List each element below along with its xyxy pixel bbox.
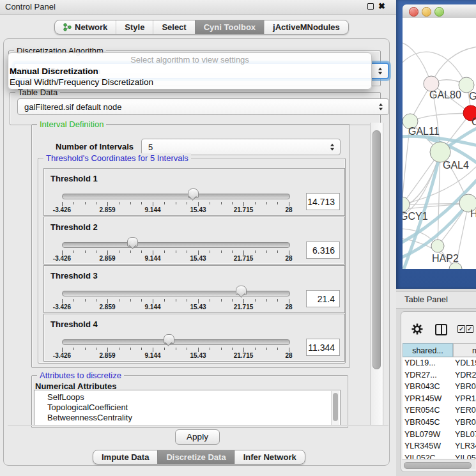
float-window-icon[interactable] xyxy=(367,3,374,10)
table-row[interactable]: YER054CYER054C xyxy=(403,405,476,417)
columns-icon[interactable] xyxy=(435,324,447,335)
tab-label: Style xyxy=(125,22,144,32)
threshold-1-label: Threshold 1 xyxy=(50,174,98,183)
control-panel-window: Control Panel ✖ NetworkStyleSelectCyni T… xyxy=(0,0,397,476)
network-view-canvas[interactable]: GAL80GACGAL11GAL4GCY1HHAP2 xyxy=(403,18,476,269)
cell-shared-name: YDL19... xyxy=(404,358,452,367)
tab-select[interactable]: Select xyxy=(153,20,194,34)
tab-cyni-toolbox[interactable]: Cyni Toolbox xyxy=(195,20,264,34)
network-window-titlebar[interactable] xyxy=(403,4,476,19)
tick-label: 2.859 xyxy=(99,303,115,311)
threshold-2-value-field[interactable]: 6.316 xyxy=(306,242,340,259)
algorithm-dropdown-popup: Select algorithm to view settings Manual… xyxy=(8,52,372,89)
tab-infer-network[interactable]: Infer Network xyxy=(234,450,305,464)
table-hscrollbar-thumb[interactable] xyxy=(404,462,472,469)
tab-impute-data[interactable]: Impute Data xyxy=(93,450,157,464)
number-of-intervals-value: 5 xyxy=(148,142,153,152)
algorithm-option-equal-width-frequency-discretization[interactable]: Equal Width/Frequency Discretization xyxy=(10,77,153,87)
table-row[interactable]: YLR345WYLR345W xyxy=(403,441,476,453)
tick-mark xyxy=(62,299,63,303)
tick-mark xyxy=(266,250,267,253)
tick-mark xyxy=(289,202,289,206)
zoom-traffic-light-icon[interactable] xyxy=(434,7,444,17)
settings-scrollbar[interactable] xyxy=(370,123,383,425)
table-row[interactable]: YIL052CYIL052C xyxy=(403,453,476,459)
threshold-3-slider-thumb[interactable] xyxy=(236,286,247,295)
tab-discretize-data[interactable]: Discretize Data xyxy=(157,450,234,464)
cyni-toolbox-panel: Discretization Algorithm Manual Discreti… xyxy=(3,38,390,466)
close-traffic-light-icon[interactable] xyxy=(409,7,418,17)
tick-mark xyxy=(153,299,153,303)
tick-label: 15.43 xyxy=(190,303,206,311)
algorithm-option-manual-discretization[interactable]: Manual Discretization xyxy=(10,66,98,76)
gear-icon[interactable] xyxy=(411,323,424,335)
tab-style[interactable]: Style xyxy=(116,20,153,34)
list-scrollbar-thumb[interactable] xyxy=(333,393,338,421)
tick-mark xyxy=(62,202,63,206)
threshold-4-slider-track[interactable] xyxy=(62,339,290,345)
thresholds-group-title: Threshold's Coordinates for 5 Intervals xyxy=(43,153,191,163)
tick-mark xyxy=(130,250,131,253)
separator xyxy=(8,425,388,426)
table-row[interactable]: YDR27...YDR27... xyxy=(403,370,476,382)
threshold-4-panel: Threshold 4-3.4262.8599.14415.4321.71528… xyxy=(43,314,345,362)
tick-mark xyxy=(176,250,176,253)
attribute-item-topologicalcoefficient[interactable]: TopologicalCoefficient xyxy=(47,403,128,412)
close-icon[interactable]: ✖ xyxy=(378,1,385,12)
threshold-2-panel: Threshold 2-3.4262.8599.14415.4321.71528… xyxy=(43,217,345,265)
threshold-1-slider-thumb[interactable] xyxy=(188,188,199,198)
node-label-hap2: HAP2 xyxy=(432,253,459,264)
table-row[interactable]: YBR043CYBR043C xyxy=(403,381,476,394)
threshold-3-label: Threshold 3 xyxy=(50,271,98,280)
tick-mark xyxy=(221,202,222,204)
tab-network[interactable]: Network xyxy=(55,20,116,34)
attribute-item-selfloops[interactable]: SelfLoops xyxy=(47,392,84,402)
gcy1-node[interactable] xyxy=(403,197,410,212)
tick-mark xyxy=(198,348,199,352)
number-of-intervals-label: Number of Intervals xyxy=(56,142,134,151)
tick-mark xyxy=(85,202,86,204)
checkbox-icon[interactable]: ✓ xyxy=(466,325,473,333)
table-row[interactable]: YDL19...YDL19... xyxy=(403,358,476,370)
threshold-3-value-field[interactable]: 21.4 xyxy=(306,290,340,307)
node-label-ga: GA xyxy=(469,91,476,102)
threshold-3-slider-track[interactable] xyxy=(62,291,290,296)
hap2-node[interactable] xyxy=(431,240,444,252)
tick-label: 28 xyxy=(285,352,292,359)
column-header-name[interactable]: n xyxy=(453,343,476,357)
threshold-2-slider-track[interactable] xyxy=(62,242,290,248)
tick-mark xyxy=(255,299,256,302)
table-row[interactable]: YBL079WYBL079W xyxy=(403,429,476,441)
tick-mark xyxy=(119,348,119,350)
tick-mark xyxy=(119,299,119,302)
tab-jactivemnodules[interactable]: jActiveMNodules xyxy=(264,20,348,34)
table-rows[interactable]: YDL19...YDL19...YDR27...YDR27...YBR043CY… xyxy=(403,358,476,459)
checkbox-icon[interactable]: ✓ xyxy=(457,325,465,333)
cell-name: YDL19... xyxy=(455,358,476,367)
tick-label: 28 xyxy=(285,303,292,311)
combo-arrows-icon xyxy=(330,144,334,151)
table-horizontal-scrollbar[interactable] xyxy=(402,459,475,469)
table-row[interactable]: YBR045CYBR045C xyxy=(403,417,476,429)
threshold-4-slider-thumb[interactable] xyxy=(164,334,174,344)
numerical-attributes-list[interactable]: SelfLoopsTopologicalCoefficientBetweenne… xyxy=(34,390,341,426)
threshold-4-value-field[interactable]: 11.344 xyxy=(306,339,340,356)
attribute-item-betweennesscentrality[interactable]: BetweennessCentrality xyxy=(47,413,132,422)
threshold-1-panel: Threshold 1-3.4262.8599.14415.4321.71528… xyxy=(43,168,345,216)
threshold-2-slider-thumb[interactable] xyxy=(127,237,138,247)
minimize-traffic-light-icon[interactable] xyxy=(422,7,431,17)
tick-mark xyxy=(266,202,267,204)
threshold-1-slider-track[interactable] xyxy=(62,194,290,199)
column-header-shared-name[interactable]: shared... xyxy=(403,343,453,357)
settings-scrollbar-thumb[interactable] xyxy=(372,130,381,369)
tick-mark xyxy=(232,202,233,204)
list-scrollbar[interactable] xyxy=(331,391,339,425)
table-row[interactable]: YPR145WYPR145W xyxy=(403,394,476,406)
tab-label: Cyni Toolbox xyxy=(204,22,256,32)
attributes-group-title: Attributes to discretize xyxy=(37,371,124,380)
table-data-combobox[interactable]: galFiltered.sif default node xyxy=(17,98,389,115)
apply-button[interactable]: Apply xyxy=(175,429,220,445)
threshold-1-value-field[interactable]: 14.713 xyxy=(306,193,340,210)
tick-mark xyxy=(85,250,86,253)
tick-label: 9.144 xyxy=(144,303,160,311)
